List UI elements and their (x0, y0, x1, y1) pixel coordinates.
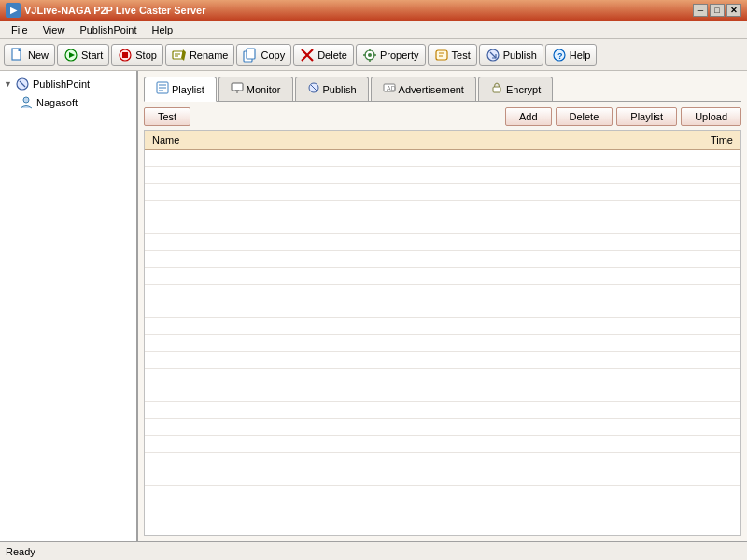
table-row[interactable] (145, 402, 740, 419)
upload-button[interactable]: Upload (681, 107, 741, 126)
window-controls: ─ □ ✕ (693, 4, 741, 17)
rename-button[interactable]: Rename (165, 44, 235, 66)
status-text: Ready (6, 546, 35, 557)
delete-icon (300, 48, 315, 63)
menu-bar: File View PublishPoint Help (0, 21, 747, 39)
table-row[interactable] (145, 201, 740, 217)
publish-tab-icon (307, 81, 320, 97)
menu-publishpoint[interactable]: PublishPoint (72, 22, 144, 37)
menu-view[interactable]: View (35, 22, 73, 37)
tab-encrypt[interactable]: Encrypt (478, 77, 553, 101)
publish-icon (486, 48, 500, 63)
delete-row-button[interactable]: Delete (556, 107, 613, 126)
sidebar: ▼ PublishPoint Nagasoft (0, 71, 138, 541)
table-row[interactable] (145, 285, 740, 301)
start-button[interactable]: Start (57, 44, 109, 66)
title-bar: ▶ VJLive-NAGA P2P Live Caster Server ─ □… (0, 0, 747, 21)
table-row[interactable] (145, 369, 740, 385)
close-button[interactable]: ✕ (726, 4, 741, 17)
copy-button[interactable]: Copy (236, 44, 291, 66)
minimize-button[interactable]: ─ (693, 4, 708, 17)
playlist-tab-icon (156, 81, 169, 97)
table-row[interactable] (145, 419, 740, 436)
table-row[interactable] (145, 150, 740, 167)
tab-playlist[interactable]: Playlist (144, 77, 217, 102)
tab-advertisement[interactable]: AD Advertisement (371, 77, 476, 101)
test-button[interactable]: Test (428, 44, 477, 66)
table-row[interactable] (145, 318, 740, 335)
stop-icon (118, 48, 133, 63)
table-header: Name Time (145, 131, 740, 150)
stop-button[interactable]: Stop (111, 44, 163, 66)
svg-point-16 (368, 53, 372, 57)
table-row[interactable] (145, 352, 740, 369)
test-icon (434, 48, 449, 63)
table-row[interactable] (145, 301, 740, 318)
menu-file[interactable]: File (4, 22, 35, 37)
tree-expand-icon: ▼ (4, 79, 15, 89)
nagasoft-icon (19, 95, 34, 110)
menu-help[interactable]: Help (145, 22, 181, 37)
new-button[interactable]: New (4, 44, 55, 66)
table-row[interactable] (145, 217, 740, 234)
svg-text:?: ? (557, 51, 563, 61)
tab-publish[interactable]: Publish (295, 77, 369, 101)
table-body (145, 150, 740, 486)
tree-label-nagasoft: Nagasoft (36, 97, 78, 108)
table-row[interactable] (145, 251, 740, 268)
monitor-tab-icon (231, 81, 244, 97)
start-icon (63, 48, 78, 63)
playlist-table: Name Time (144, 130, 741, 536)
tab-bar: Playlist Monitor Publish AD Advertisemen… (144, 77, 741, 102)
header-name: Name (148, 133, 681, 147)
copy-icon (243, 48, 258, 63)
content-panel: Playlist Monitor Publish AD Advertisemen… (138, 71, 747, 541)
publish-button[interactable]: Publish (479, 44, 543, 66)
test-action-button[interactable]: Test (144, 107, 190, 126)
advertisement-tab-icon: AD (383, 81, 396, 97)
tree-label-publishpoint: PublishPoint (33, 78, 90, 90)
encrypt-tab-icon (490, 81, 503, 97)
header-time: Time (681, 133, 737, 147)
svg-rect-12 (247, 49, 255, 59)
rename-icon (172, 48, 187, 63)
tree-item-nagasoft[interactable]: Nagasoft (0, 93, 136, 112)
table-row[interactable] (145, 385, 740, 402)
new-icon (10, 48, 25, 63)
table-row[interactable] (145, 234, 740, 251)
table-row[interactable] (145, 453, 740, 469)
app-icon: ▶ (6, 3, 21, 18)
property-icon (362, 48, 377, 63)
table-row[interactable] (145, 184, 740, 201)
tab-monitor[interactable]: Monitor (218, 77, 293, 101)
main-area: ▼ PublishPoint Nagasoft Playlist (0, 71, 747, 541)
help-icon: ? (552, 48, 567, 63)
app-title: VJLive-NAGA P2P Live Caster Server (24, 5, 693, 16)
svg-rect-21 (436, 50, 447, 60)
svg-rect-6 (122, 52, 128, 58)
status-bar: Ready (0, 541, 747, 560)
table-row[interactable] (145, 167, 740, 184)
playlist-button[interactable]: Playlist (616, 107, 677, 126)
toolbar: New Start Stop Rename Copy Delete Prop (0, 39, 747, 71)
table-row[interactable] (145, 335, 740, 352)
table-row[interactable] (145, 268, 740, 285)
svg-rect-35 (232, 83, 243, 91)
add-button[interactable]: Add (505, 107, 552, 126)
svg-point-30 (23, 97, 29, 103)
delete-button[interactable]: Delete (293, 44, 354, 66)
tree-item-publishpoint[interactable]: ▼ PublishPoint (0, 75, 136, 93)
svg-rect-42 (493, 87, 500, 92)
help-button[interactable]: ? Help (545, 44, 598, 66)
maximize-button[interactable]: □ (710, 4, 725, 17)
svg-text:AD: AD (387, 85, 396, 91)
action-row: Test Add Delete Playlist Upload (144, 107, 741, 126)
table-row[interactable] (145, 469, 740, 486)
publishpoint-icon (15, 77, 30, 91)
table-row[interactable] (145, 436, 740, 453)
property-button[interactable]: Property (356, 44, 426, 66)
